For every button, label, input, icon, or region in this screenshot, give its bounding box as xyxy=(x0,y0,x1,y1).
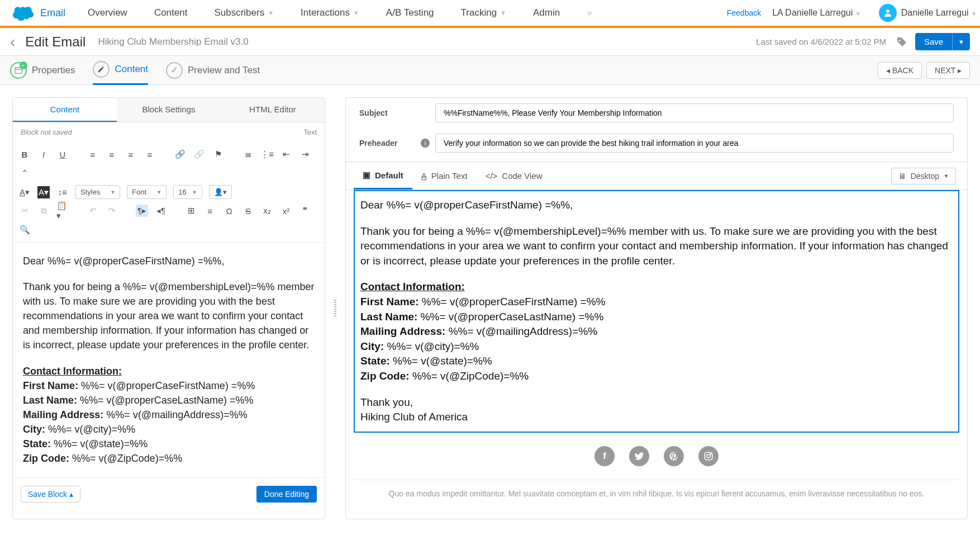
italic-icon[interactable]: I xyxy=(37,148,50,160)
subscript-icon[interactable]: x₂ xyxy=(261,205,273,217)
hr-icon[interactable]: ≡ xyxy=(204,205,216,217)
align-right-icon[interactable]: ≡ xyxy=(125,148,137,160)
back-button[interactable]: ◂ BACK xyxy=(878,62,922,79)
feedback-link[interactable]: Feedback xyxy=(727,8,761,17)
indent-icon[interactable]: ⇥ xyxy=(299,148,311,160)
background-color-icon[interactable]: A▾ xyxy=(37,186,50,198)
undo-icon[interactable]: ↶ xyxy=(87,205,99,217)
superscript-icon[interactable]: x² xyxy=(280,205,292,217)
page-subtitle: Hiking Club Membership Email v3.0 xyxy=(98,36,248,48)
chevron-down-icon: ▼ xyxy=(500,10,506,16)
svg-point-0 xyxy=(886,10,889,13)
block-status: Block not saved xyxy=(21,128,72,136)
subject-input[interactable] xyxy=(435,103,954,122)
nav-abtesting[interactable]: A/B Testing xyxy=(386,7,434,18)
tab-content[interactable]: Content xyxy=(13,98,117,122)
text-icon: A xyxy=(421,171,427,181)
outdent-icon[interactable]: ⇤ xyxy=(280,148,292,160)
persona-select[interactable]: 👤▾ xyxy=(209,185,232,199)
save-dropdown[interactable]: ▼ xyxy=(952,33,970,50)
avatar[interactable] xyxy=(879,4,897,22)
blockquote-icon[interactable]: ❞ xyxy=(299,205,311,217)
step-properties[interactable]: ✓ Properties xyxy=(10,62,75,79)
chevron-down-icon: ▼ xyxy=(944,173,949,179)
chevron-down-icon: ▼ xyxy=(353,10,359,16)
step-content[interactable]: Content xyxy=(93,56,148,85)
next-button[interactable]: NEXT ▸ xyxy=(926,62,970,79)
font-select[interactable]: Font▼ xyxy=(127,185,166,199)
user-menu[interactable]: Danielle Larregui ▼ xyxy=(901,8,977,18)
nav-admin[interactable]: Admin xyxy=(533,7,560,18)
chevron-down-icon: ▼ xyxy=(855,11,861,17)
link-icon[interactable]: 🔗 xyxy=(174,148,186,160)
nav-subscribers[interactable]: Subscribers▼ xyxy=(214,7,274,18)
unlink-icon[interactable]: 🔗 xyxy=(193,148,205,160)
nav-overview[interactable]: Overview xyxy=(88,7,127,18)
ltr-icon[interactable]: ¶▸ xyxy=(136,205,148,217)
nav-interactions[interactable]: Interactions▼ xyxy=(301,7,359,18)
check-icon: ✓ xyxy=(166,62,183,79)
nav-more[interactable]: » xyxy=(587,7,592,18)
table-icon[interactable]: ⊞ xyxy=(185,205,197,217)
underline-icon[interactable]: U xyxy=(56,148,69,160)
ordered-list-icon[interactable]: ≣ xyxy=(242,148,254,160)
pinterest-icon[interactable] xyxy=(664,446,684,466)
instagram-icon[interactable] xyxy=(698,446,719,466)
device-select[interactable]: 🖥 Desktop ▼ xyxy=(891,168,956,184)
tab-block-settings[interactable]: Block Settings xyxy=(117,98,221,122)
business-unit[interactable]: LA Danielle Larregui ▼ xyxy=(772,8,860,18)
footer-text: Quo ea modus impedit omittantur. Mel sua… xyxy=(354,480,959,508)
desktop-icon: 🖥 xyxy=(898,172,906,181)
facebook-icon[interactable]: f xyxy=(594,446,615,466)
done-editing-button[interactable]: Done Editing xyxy=(256,486,317,503)
flag-icon[interactable]: ⚑ xyxy=(212,148,224,160)
svg-point-4 xyxy=(707,454,710,458)
nav-content[interactable]: Content xyxy=(154,7,188,18)
block-type: Text xyxy=(303,128,317,136)
align-justify-icon[interactable]: ≡ xyxy=(144,148,156,160)
last-saved: Last saved on 4/6/2022 at 5:02 PM xyxy=(756,37,886,46)
step-preview[interactable]: ✓ Preview and Test xyxy=(166,62,260,79)
tag-icon[interactable] xyxy=(896,36,907,48)
editor-body[interactable]: Dear %%= v(@properCaseFirstName) =%%, Th… xyxy=(13,243,325,477)
collapse-icon[interactable]: ⌃ xyxy=(18,167,31,179)
view-default[interactable]: ▣ Default xyxy=(354,162,412,190)
preheader-label: Preheader xyxy=(359,139,421,148)
chevron-down-icon: ▼ xyxy=(268,10,274,16)
info-icon[interactable]: i xyxy=(421,139,430,148)
line-height-icon[interactable]: ↕≡ xyxy=(56,186,69,198)
properties-icon: ✓ xyxy=(10,62,27,79)
strikethrough-icon[interactable]: S xyxy=(242,205,254,217)
omega-icon[interactable]: Ω xyxy=(223,205,235,217)
align-left-icon[interactable]: ≡ xyxy=(87,148,99,160)
save-block-button[interactable]: Save Block ▴ xyxy=(21,486,80,503)
preheader-input[interactable] xyxy=(435,134,954,153)
rtl-icon[interactable]: ◂¶ xyxy=(155,205,167,217)
nav-tracking[interactable]: Tracking▼ xyxy=(461,7,506,18)
twitter-icon[interactable] xyxy=(629,446,649,466)
brand: Email xyxy=(40,7,65,19)
align-center-icon[interactable]: ≡ xyxy=(106,148,118,160)
code-icon: </> xyxy=(486,171,498,181)
copy-icon[interactable]: ⧉ xyxy=(37,205,50,217)
back-icon[interactable]: ‹ xyxy=(10,33,15,51)
search-icon[interactable]: 🔍 xyxy=(18,224,31,236)
page-title: Edit Email xyxy=(25,34,85,50)
layout-icon: ▣ xyxy=(363,170,370,180)
pencil-icon xyxy=(93,61,110,78)
unordered-list-icon[interactable]: ⋮≡ xyxy=(261,148,273,160)
save-button[interactable]: Save xyxy=(915,33,952,50)
paste-icon[interactable]: 📋▾ xyxy=(56,205,69,217)
styles-select[interactable]: Styles▼ xyxy=(75,185,120,199)
view-plain-text[interactable]: A Plain Text xyxy=(412,163,477,188)
bold-icon[interactable]: B xyxy=(18,148,31,160)
view-code[interactable]: </> Code View xyxy=(477,163,551,188)
resize-handle[interactable] xyxy=(333,97,337,519)
email-preview[interactable]: Dear %%= v(@properCaseFirstName) =%%, Th… xyxy=(354,190,959,433)
fontsize-select[interactable]: 16▼ xyxy=(173,185,202,199)
chevron-down-icon: ▼ xyxy=(971,11,977,17)
tab-html-editor[interactable]: HTML Editor xyxy=(221,98,325,122)
text-color-icon[interactable]: A▾ xyxy=(18,186,31,198)
cut-icon[interactable]: ✂ xyxy=(18,205,31,217)
redo-icon[interactable]: ↷ xyxy=(106,205,118,217)
